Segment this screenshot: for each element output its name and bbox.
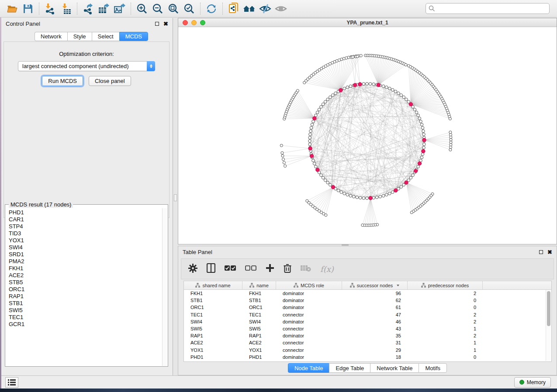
float-panel-icon[interactable] [155, 22, 159, 26]
network-share-doc-icon[interactable] [226, 1, 242, 16]
tab-network-table[interactable]: Network Table [370, 363, 419, 373]
table-row[interactable]: STB1STB1dominator620 [184, 297, 546, 304]
show-panels-button[interactable] [5, 377, 18, 388]
zoom-fit-icon[interactable] [166, 1, 181, 16]
table-cell: 0 [408, 354, 483, 360]
mcds-result-item[interactable]: RAP1 [9, 293, 162, 300]
table-row[interactable]: TEC1TEC1connector472 [184, 311, 546, 318]
table-cell: FKH1 [184, 291, 242, 296]
settings-gear-icon[interactable] [188, 264, 197, 275]
mcds-list-scrollbar[interactable] [162, 208, 167, 366]
search-icon [429, 5, 435, 14]
dropdown-stepper-icon [147, 61, 155, 71]
refresh-layout-icon[interactable] [204, 1, 219, 16]
mcds-result-list[interactable]: PHD1CAR1STP4TID3YOX1SWI4SRD1PMA2FKH1ACE2… [6, 208, 162, 366]
main-toolbar [0, 0, 557, 17]
table-scrollbar-thumb[interactable] [547, 291, 550, 326]
table-scrollbar[interactable] [546, 290, 551, 361]
select-all-icon[interactable] [225, 265, 236, 273]
export-table-icon[interactable] [96, 1, 112, 16]
mcds-result-item[interactable]: YOX1 [9, 237, 162, 244]
mcds-result-item[interactable]: STB1 [9, 300, 162, 307]
memory-button[interactable]: Memory [514, 377, 551, 388]
tab-network[interactable]: Network [35, 32, 67, 41]
table-row[interactable]: PHD1PHD1dominator180 [184, 354, 546, 361]
zoom-in-icon[interactable] [134, 1, 150, 16]
tab-node-table[interactable]: Node Table [288, 363, 329, 373]
tab-select[interactable]: Select [92, 32, 119, 41]
column-type-icon [195, 283, 200, 288]
criterion-dropdown[interactable]: largest connected component (undirected) [18, 61, 155, 71]
close-panel-button[interactable]: Close panel [89, 76, 131, 86]
table-row[interactable]: ACE2ACE2connector311 [184, 339, 546, 346]
mcds-result-item[interactable]: GCR1 [9, 321, 162, 328]
zoom-out-icon[interactable] [150, 1, 166, 16]
column-header-shared-name[interactable]: shared name [184, 281, 242, 289]
toolbar-separator [222, 3, 223, 15]
table-cell: ORC1 [184, 305, 242, 310]
table-cell: 61 [342, 305, 408, 310]
column-header-name[interactable]: name [242, 281, 276, 289]
hide-eye-icon[interactable] [257, 1, 273, 16]
column-header-MCDS-role[interactable]: MCDS role [276, 281, 342, 289]
mcds-result-item[interactable]: SWI4 [9, 244, 162, 251]
export-network-icon[interactable] [80, 1, 96, 16]
mcds-result-item[interactable]: SWI5 [9, 307, 162, 314]
mcds-result-item[interactable]: CAR1 [9, 216, 162, 223]
table-cell: SWI5 [242, 326, 276, 331]
table-cell: YOX1 [184, 347, 242, 353]
table-row[interactable]: FKH1FKH1dominator962 [184, 290, 546, 297]
import-network-icon[interactable] [42, 1, 58, 16]
desktop-background-bottom [0, 389, 557, 392]
table-row[interactable]: ORC1ORC1dominator610 [184, 304, 546, 311]
tab-edge-table[interactable]: Edge Table [329, 363, 370, 373]
toolbar-separator [77, 3, 77, 15]
vertical-split-divider[interactable] [173, 18, 178, 375]
mcds-result-item[interactable]: FKH1 [9, 265, 162, 272]
close-panel-icon[interactable]: ✖ [163, 21, 168, 27]
mcds-result-item[interactable]: SRD1 [9, 251, 162, 258]
mcds-result-item[interactable]: PMA2 [9, 258, 162, 265]
mcds-result-item[interactable]: ACE2 [9, 272, 162, 279]
mcds-result-item[interactable]: STP4 [9, 223, 162, 230]
float-table-panel-icon[interactable] [539, 250, 543, 254]
run-mcds-button[interactable]: Run MCDS [42, 76, 83, 86]
mcds-result-item[interactable]: STB5 [9, 279, 162, 286]
tab-mcds[interactable]: MCDS [119, 32, 148, 41]
network-window-title: YPA_prune.txt_1 [178, 20, 557, 26]
table-row[interactable]: SWI5SWI5connector431 [184, 325, 546, 332]
deselect-all-icon[interactable] [245, 265, 256, 273]
columns-icon[interactable] [207, 263, 215, 275]
table-cell: 2 [408, 333, 483, 338]
column-header-successor-nodes[interactable]: successor nodes [342, 281, 408, 289]
open-session-icon[interactable] [4, 1, 20, 16]
houses-icon[interactable] [242, 1, 257, 16]
mcds-result-item[interactable]: PHD1 [9, 209, 162, 216]
delete-table-icon [301, 264, 311, 274]
table-cell: 62 [342, 298, 408, 303]
mcds-result-item[interactable]: TID3 [9, 230, 162, 237]
column-header-predecessor-nodes[interactable]: predecessor nodes [408, 281, 483, 289]
zoom-selected-icon[interactable] [181, 1, 197, 16]
tab-style[interactable]: Style [67, 32, 92, 41]
export-image-icon[interactable] [112, 1, 128, 16]
network-graph-canvas[interactable] [178, 27, 557, 244]
table-cell: 2 [408, 319, 483, 324]
mcds-result-item[interactable]: TEC1 [9, 314, 162, 321]
table-row[interactable]: RAP1RAP1dominator352 [184, 332, 546, 339]
divider-handle[interactable] [174, 194, 177, 201]
add-column-icon[interactable] [266, 264, 274, 274]
close-table-panel-icon[interactable]: ✖ [547, 249, 552, 255]
column-type-icon [421, 283, 426, 288]
mcds-result-item[interactable]: ORC1 [9, 286, 162, 293]
import-table-icon[interactable] [58, 1, 74, 16]
save-session-icon[interactable] [20, 1, 36, 16]
table-cell: SWI4 [184, 319, 242, 324]
search-input[interactable] [426, 3, 550, 14]
delete-icon[interactable] [284, 264, 291, 275]
network-window-titlebar[interactable]: YPA_prune.txt_1 [178, 18, 557, 27]
tab-motifs[interactable]: Motifs [419, 363, 447, 373]
table-row[interactable]: SWI4SWI4dominator462 [184, 318, 546, 325]
preview-eye-icon[interactable] [273, 1, 289, 16]
table-row[interactable]: YOX1YOX1connector291 [184, 347, 546, 354]
